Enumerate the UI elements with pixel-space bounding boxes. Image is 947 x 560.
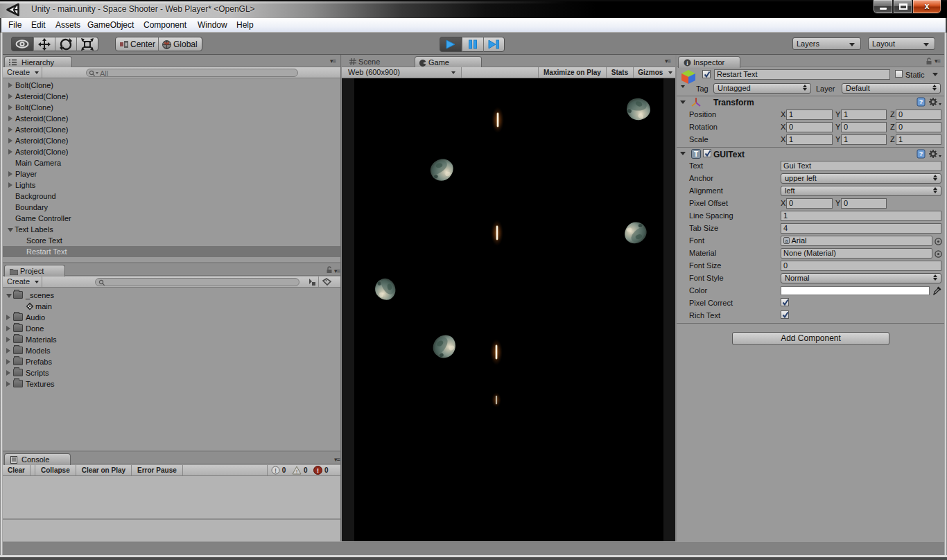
svg-text:!: ! bbox=[296, 469, 298, 475]
svg-text:!: ! bbox=[275, 467, 277, 474]
svg-text:T: T bbox=[694, 150, 698, 158]
svg-text:?: ? bbox=[919, 98, 923, 105]
svg-text:a: a bbox=[785, 238, 788, 243]
svg-text:!: ! bbox=[317, 467, 319, 474]
svg-text:?: ? bbox=[919, 150, 923, 157]
